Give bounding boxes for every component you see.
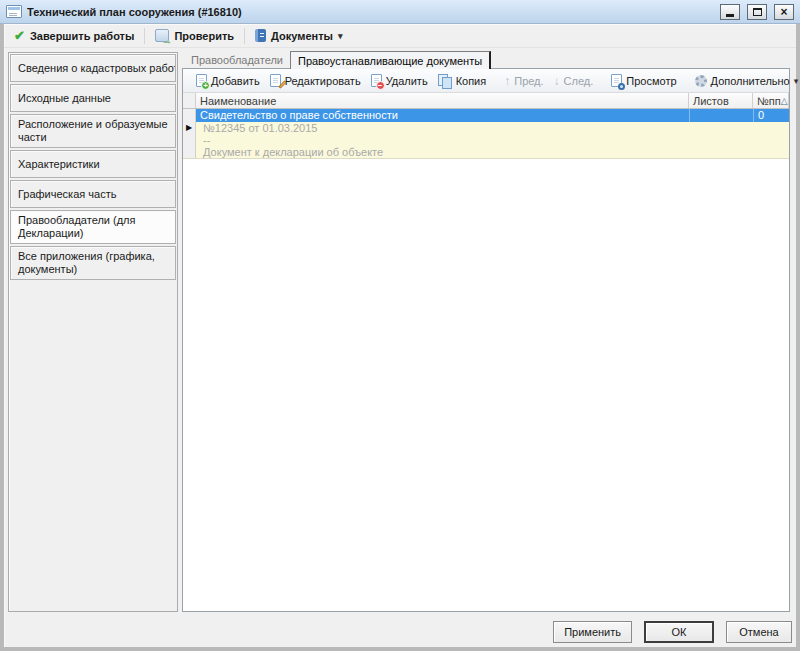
edit-label: Редактировать (285, 75, 361, 87)
apply-button[interactable]: Применить (553, 621, 632, 643)
chevron-down-icon: ▾ (794, 76, 799, 86)
sidebar-item-rightholders[interactable]: Правообладатели (для Декларации) (10, 210, 176, 244)
toolbar-separator (144, 28, 145, 44)
finish-work-button[interactable]: ✔ Завершить работы (10, 27, 138, 44)
tab-title-documents[interactable]: Правоустанавливающие документы (290, 51, 491, 69)
content-area: Правообладатели Правоустанавливающие док… (182, 49, 790, 612)
documents-toolbar: + Добавить Редактировать − Удалить Копия (183, 69, 789, 93)
magnifier-icon (618, 83, 625, 90)
sidebar-item-label: Расположение и образуемые части (18, 118, 168, 144)
toolbar-separator (244, 28, 245, 44)
documents-menu-button[interactable]: Документы ▾ (251, 27, 346, 44)
sidebar-item-characteristics[interactable]: Характеристики (10, 150, 176, 178)
delete-icon: − (371, 74, 382, 87)
app-icon (6, 5, 22, 18)
cell-name: Свидетельство о праве собственности (196, 109, 689, 122)
verify-label: Проверить (174, 30, 234, 42)
sidebar-item-graphics[interactable]: Графическая часть (10, 180, 176, 208)
column-header-sheets[interactable]: Листов (689, 93, 753, 108)
plus-badge-icon: + (201, 81, 210, 90)
tab-strip: Правообладатели Правоустанавливающие док… (182, 49, 790, 68)
check-icon: ✔ (14, 29, 25, 42)
maximize-icon (753, 8, 762, 16)
close-icon: × (780, 6, 787, 18)
detail-row-document-number[interactable]: №12345 от 01.03.2015 (196, 122, 789, 134)
finish-work-label: Завершить работы (30, 30, 134, 42)
verify-icon (155, 29, 169, 42)
minimize-button[interactable] (720, 4, 740, 20)
chevron-down-icon: ▾ (338, 31, 343, 41)
documents-grid: Наименование Листов №пп △ Свидетельство … (183, 93, 789, 611)
copy-label: Копия (456, 75, 487, 87)
sidebar-item-label: Исходные данные (18, 92, 111, 105)
tab-rightholders[interactable]: Правообладатели (184, 51, 290, 68)
documents-icon (255, 29, 266, 42)
window-title: Технический план сооружения (#16810) (27, 6, 713, 18)
copy-icon (438, 74, 452, 88)
footer-bar: Применить ОК Отмена (4, 616, 796, 647)
view-icon (611, 74, 622, 87)
sidebar-item-kadastr-works[interactable]: Сведения о кадастровых работах (10, 54, 176, 82)
cancel-button[interactable]: Отмена (726, 621, 792, 643)
view-label: Просмотр (626, 75, 676, 87)
sidebar-item-label: Все приложения (графика, документы) (18, 250, 168, 276)
minimize-icon (726, 14, 734, 17)
edit-button[interactable]: Редактировать (266, 72, 365, 89)
next-label: След. (564, 75, 594, 87)
app-window: Технический план сооружения (#16810) × ✔… (0, 0, 800, 651)
documents-label: Документы (271, 30, 333, 42)
sidebar-item-label: Сведения о кадастровых работах (18, 62, 176, 75)
add-label: Добавить (211, 75, 260, 87)
window-body: ✔ Завершить работы Проверить Документы ▾… (4, 24, 796, 647)
add-button[interactable]: + Добавить (192, 72, 264, 89)
sidebar-item-label: Правообладатели (для Декларации) (18, 214, 168, 240)
delete-label: Удалить (386, 75, 428, 87)
maximize-button[interactable] (747, 4, 767, 20)
row-pointer-icon: ▶ (186, 122, 192, 134)
row-indicator-cell: ▶ (183, 122, 196, 158)
sidebar-item-label: Характеристики (18, 158, 100, 171)
sidebar-item-source-data[interactable]: Исходные данные (10, 84, 176, 112)
cell-sheets (689, 109, 753, 122)
titlebar: Технический план сооружения (#16810) × (0, 0, 800, 24)
sort-asc-icon: △ (781, 96, 788, 106)
next-button[interactable]: ↓ След. (550, 73, 598, 89)
arrow-up-icon: ↑ (504, 75, 510, 87)
grid-header: Наименование Листов №пп △ (183, 93, 789, 109)
verify-button[interactable]: Проверить (151, 27, 238, 44)
sidebar: Сведения о кадастровых работах Исходные … (8, 52, 178, 612)
detail-row-document-note[interactable]: Документ к декларации об объекте (196, 146, 789, 158)
cell-num: 0 (753, 109, 789, 122)
delete-button[interactable]: − Удалить (367, 72, 432, 89)
row-indicator-cell (183, 109, 196, 122)
more-button[interactable]: Дополнительно ▾ (691, 73, 800, 89)
row-indicator-header (183, 93, 196, 108)
detail-row-dashes[interactable]: -- (196, 134, 789, 146)
add-icon: + (196, 74, 207, 87)
copy-button[interactable]: Копия (434, 72, 491, 90)
column-header-num[interactable]: №пп △ (753, 93, 789, 108)
more-label: Дополнительно (711, 75, 790, 87)
table-row-selected[interactable]: Свидетельство о праве собственности 0 (183, 109, 789, 122)
main-toolbar: ✔ Завершить работы Проверить Документы ▾ (4, 24, 796, 48)
documents-panel: + Добавить Редактировать − Удалить Копия (182, 68, 790, 612)
arrow-down-icon: ↓ (554, 75, 560, 87)
column-header-name[interactable]: Наименование (196, 93, 689, 108)
sidebar-item-location-parts[interactable]: Расположение и образуемые части (10, 114, 176, 148)
prev-button[interactable]: ↑ Пред. (500, 73, 547, 89)
sidebar-item-all-attachments[interactable]: Все приложения (графика, документы) (10, 246, 176, 280)
close-button[interactable]: × (774, 4, 794, 20)
prev-label: Пред. (514, 75, 543, 87)
view-button[interactable]: Просмотр (607, 72, 680, 89)
detail-block[interactable]: ▶ №12345 от 01.03.2015 -- Документ к дек… (183, 122, 789, 159)
detail-rows: №12345 от 01.03.2015 -- Документ к декла… (196, 122, 789, 158)
edit-icon (270, 74, 281, 87)
sidebar-item-label: Графическая часть (18, 188, 116, 201)
minus-badge-icon: − (376, 81, 385, 90)
column-header-num-label: №пп (757, 95, 781, 107)
gear-icon (695, 75, 707, 87)
ok-button[interactable]: ОК (644, 621, 714, 643)
